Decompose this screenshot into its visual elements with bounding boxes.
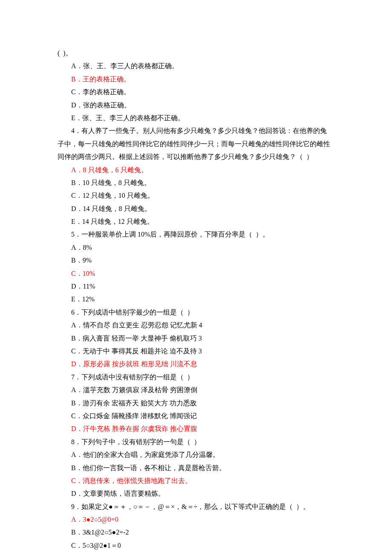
text-line: 9．如果定义●＝＋，○＝－，@＝×，&＝÷，那么，以下等式中正确的是（ ）。: [58, 500, 334, 513]
text-line: A．8 只雄兔，6 只雌兔。: [58, 164, 334, 176]
text-line: C．10%: [58, 267, 334, 280]
text-line: 同伴的两倍少两只。根据上述回答，可以推断他养了多少只雌兔？多少只雄兔？（ ）: [58, 150, 334, 163]
text-line: B．9%: [58, 254, 334, 267]
text-line: D．11%: [58, 280, 334, 293]
text-line: C．5○3@2●1＝0: [58, 539, 334, 552]
text-line: C．李的表格正确。: [58, 86, 334, 98]
text-line: 6．下列成语中错别字最少的一组是（ ）: [58, 306, 334, 319]
text-line: D．5@1●4&2=5: [58, 552, 334, 555]
text-line: B．3&1@2○5●2=-2: [58, 526, 334, 539]
text-line: A．张、王、李三人的表格都正确。: [58, 60, 334, 72]
text-line: 5．一种服装单价上调 10%后，再降回原价，下降百分率是（ ）。: [58, 228, 334, 241]
text-line: ( )。: [58, 47, 334, 60]
document-page: ( )。A．张、王、李三人的表格都正确。B．王的表格正确。C．李的表格正确。D．…: [0, 0, 392, 555]
text-line: B．病入膏盲 轻而一举 大显神手 偷机取巧 3: [58, 332, 334, 345]
text-line: 子中，每一只雄兔的雌性同伴比它的雄性同伴少一只；而每一只雌兔的雄性同伴比它的雌性: [58, 138, 334, 150]
text-line: A．8%: [58, 241, 334, 254]
text-line: D．文章要简练，语言要精炼。: [58, 487, 334, 500]
text-line: A．情不自尽 自立更生 忍劳忍怨 记忆尤新 4: [58, 319, 334, 332]
text-line: B．王的表格正确。: [58, 73, 334, 86]
text-line: C．消息传来，他张慌失措地跑了出去。: [58, 474, 334, 487]
text-line: 8．下列句子中，没有错别字的一句是（ ）: [58, 436, 334, 448]
text-line: D．汗牛充栋 胜券在握 尔虞我诈 推心置腹: [58, 422, 334, 435]
text-line: B．他们你一言我一语，各不相让，真是唇枪舌箭。: [58, 462, 334, 474]
text-line: A．滥芋充数 万籁俱寂 泽及枯骨 穷困潦倒: [58, 384, 334, 396]
text-line: D．14 只雄兔，8 只雌兔。: [58, 202, 334, 215]
text-line: A．3●2○5@0=0: [58, 513, 334, 526]
text-line: 4．有人养了一些兔子。别人问他有多少只雌兔？多少只雄兔？他回答说：在他养的兔: [58, 124, 334, 137]
text-line: A．他们的全家大合唱，为家庭凭添了几分温馨。: [58, 448, 334, 461]
text-line: D．张的表格正确。: [58, 99, 334, 112]
text-line: B．游刃有余 宏福齐天 贻笑大方 功力悉敌: [58, 397, 334, 410]
text-line: C．12 只雄兔，10 只雌兔。: [58, 189, 334, 202]
text-line: 7．下列成语中没有错别字的一组是（ ）: [58, 371, 334, 384]
text-line: E．14 只雄兔，12 只雌兔。: [58, 215, 334, 228]
text-line: D．原形必露 按步就班 相形见绌 川流不息: [58, 358, 334, 370]
document-content: ( )。A．张、王、李三人的表格都正确。B．王的表格正确。C．李的表格正确。D．…: [58, 47, 334, 555]
text-line: C．无动于中 事得其反 相题并论 迫不及待 3: [58, 345, 334, 358]
text-line: E．张、王、李三人的表格都不正确。: [58, 112, 334, 124]
text-line: E．12%: [58, 293, 334, 306]
text-line: C．众口烁金 隔靴搔痒 潜移默化 博闻强记: [58, 410, 334, 422]
text-line: B．10 只雄兔，8 只雌兔。: [58, 176, 334, 189]
